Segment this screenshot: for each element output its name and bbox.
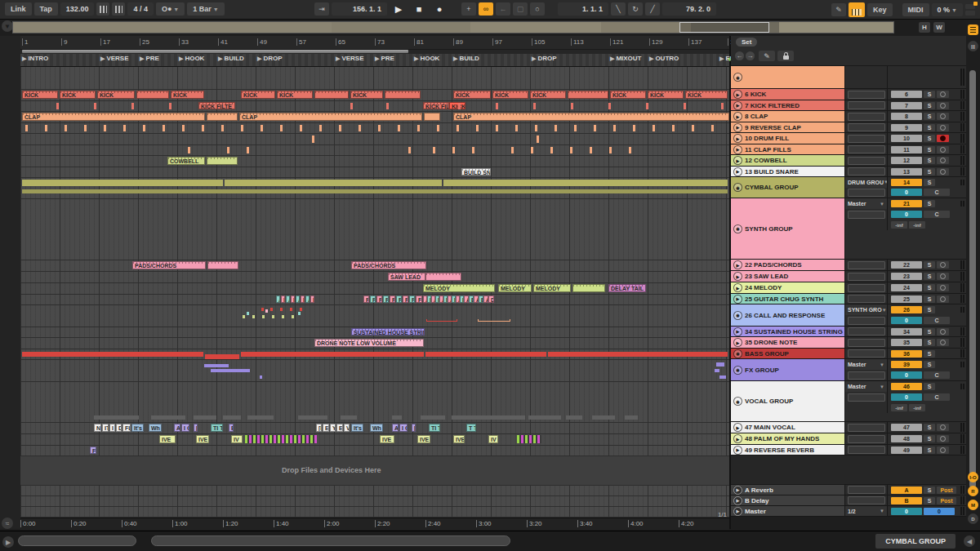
clip-band[interactable]	[94, 415, 139, 420]
track-number-box[interactable]: 35	[891, 339, 922, 346]
clip[interactable]: Y	[330, 424, 336, 432]
track-header-22-pads-chords[interactable]: ▶22 PADS/CHORDS22S	[731, 260, 966, 271]
clip[interactable]: V	[344, 424, 350, 432]
clip[interactable]: A	[296, 295, 300, 303]
arm-button[interactable]	[937, 261, 949, 269]
cpu-load-field[interactable]: 0 %▼	[932, 3, 963, 16]
track-number-box[interactable]: 14	[891, 179, 922, 186]
output-routing-select[interactable]: SYNTH GRO▼	[845, 304, 888, 315]
clip[interactable]: KICK	[449, 102, 466, 109]
back-to-arrangement-icon[interactable]: ▼	[2, 20, 13, 32]
clip-band[interactable]	[392, 415, 402, 420]
clip-tick[interactable]	[571, 103, 573, 109]
loop-length-field[interactable]: 79. 2. 0	[662, 2, 716, 16]
clip-tick[interactable]	[300, 125, 302, 131]
solo-button[interactable]: S	[924, 200, 935, 207]
solo-button[interactable]: S	[924, 135, 935, 142]
automation-arm-button[interactable]: ∞	[479, 2, 493, 16]
clip[interactable]: IVE	[196, 435, 209, 443]
track-play-icon[interactable]: ▶	[733, 90, 742, 99]
clip-band[interactable]	[715, 369, 719, 372]
follow-button[interactable]: ⇥	[314, 2, 329, 16]
arrangement-lane-9-reverse-clap[interactable]	[20, 123, 729, 134]
clip-band[interactable]	[719, 375, 726, 379]
clip-tick[interactable]	[684, 103, 686, 109]
track-name[interactable]: ▶B Delay	[731, 495, 845, 505]
output-routing-select[interactable]: DRUM GROU▼	[845, 177, 888, 188]
track-number-box[interactable]: 49	[891, 447, 922, 454]
clip[interactable]: F	[363, 295, 369, 303]
arrangement-locator[interactable]: ▶VERSE	[336, 55, 364, 62]
beat-time-ruler[interactable]: 1917253341495765738189971051131211291371…	[20, 36, 729, 50]
solo-button[interactable]: S	[924, 146, 935, 153]
clip-tick[interactable]	[25, 125, 28, 131]
clip-band[interactable]	[151, 415, 185, 420]
track-number-box[interactable]: 12	[891, 157, 922, 164]
clip[interactable]	[207, 261, 238, 269]
clip-tick[interactable]	[653, 125, 655, 131]
clip-tick[interactable]	[65, 125, 67, 131]
clip[interactable]: F	[90, 447, 96, 454]
clip-band[interactable]	[341, 415, 357, 420]
arrangement-locator[interactable]: ▶PRE	[375, 55, 394, 62]
arrangement-lane-48-palm-of-my-hands[interactable]: IVEIVEIVIVEIVEIVEIV	[20, 434, 729, 446]
clip[interactable]: I O	[181, 424, 189, 432]
io-box[interactable]	[848, 424, 885, 432]
clip[interactable]	[207, 157, 238, 165]
clip[interactable]: F	[416, 295, 422, 303]
output-routing-select[interactable]: Master▼	[845, 381, 888, 392]
clip[interactable]: B	[301, 295, 305, 303]
clip[interactable]: ES	[323, 424, 329, 432]
track-scrollbar[interactable]	[969, 70, 976, 488]
clip[interactable]: CLAP	[453, 113, 729, 121]
arm-button[interactable]	[937, 157, 949, 164]
track-number-box[interactable]: 0	[891, 211, 922, 218]
arrangement-locator[interactable]: ▶MIXOUT	[610, 55, 642, 62]
track-number-box[interactable]: 7	[891, 102, 922, 109]
track-number-box[interactable]: 0	[891, 508, 922, 515]
group-icon[interactable]: ◉	[733, 311, 742, 320]
track-name[interactable]: ▶48 PALM OF MY HANDS	[731, 433, 845, 444]
arrangement-lane-cymbal-group[interactable]	[20, 178, 729, 199]
solo-button[interactable]: S	[924, 273, 935, 280]
clip[interactable]: IVE	[453, 435, 465, 443]
track-header-26-call-and-response[interactable]: ◉26 CALL AND RESPONSESYNTH GRO▼26S0C	[731, 304, 966, 327]
clip[interactable]: KICK	[350, 91, 383, 99]
clip-tick[interactable]	[515, 125, 518, 131]
track-play-icon[interactable]: ▶	[733, 123, 742, 132]
arrangement-lane-master[interactable]	[20, 507, 729, 518]
clip[interactable]: F	[409, 295, 415, 303]
solo-button[interactable]: S	[924, 350, 935, 358]
arrangement-lane-12-cowbell[interactable]: COWBELL	[20, 156, 729, 167]
arrangement-lane-22-pads-chords[interactable]: PADS/CHORDSPADS/CHORDS	[20, 260, 729, 272]
clip-tick[interactable]	[378, 125, 381, 131]
track-header-48-palm-of-my-hands[interactable]: ▶48 PALM OF MY HANDS48S	[731, 433, 966, 445]
arrangement-lane-47-main-vocal[interactable]: NITIDFLIt'sWhAI O[TI ThE[LESYEAVIt'sWhAI…	[20, 423, 729, 434]
clip[interactable]: D	[488, 295, 494, 303]
arrangement-locator[interactable]: ▶INTRO	[22, 55, 48, 62]
prev-set-button[interactable]: ←	[735, 51, 744, 60]
track-name[interactable]: ▶47 MAIN VOCAL	[731, 422, 845, 433]
time-signature-field[interactable]: 4 / 4	[127, 2, 154, 16]
clip-tick[interactable]	[458, 103, 461, 109]
clip-band[interactable]	[247, 415, 274, 420]
clip-band[interactable]	[241, 352, 424, 357]
clip-tick[interactable]	[496, 103, 498, 109]
arrangement-lane-fx-group[interactable]	[20, 360, 729, 382]
arrangement-lane-vocal-group[interactable]	[20, 382, 729, 423]
clip[interactable]: [	[194, 424, 198, 432]
clip[interactable]: CLAP	[22, 113, 205, 121]
clip[interactable]: EA	[336, 424, 343, 432]
clip[interactable]	[424, 113, 440, 121]
track-header-7-kick-filtered[interactable]: ▶7 KICK FILTERED7S	[731, 100, 966, 111]
clip[interactable]: F	[403, 295, 408, 303]
arrangement-lane-b-delay[interactable]	[20, 496, 729, 507]
io-box[interactable]	[848, 145, 885, 153]
solo-button[interactable]: S	[924, 113, 935, 120]
crossfade-button[interactable]: C	[924, 393, 950, 401]
clip-tick[interactable]	[711, 125, 714, 131]
io-box[interactable]	[848, 371, 885, 380]
clip[interactable]: It's	[131, 424, 144, 432]
clip[interactable]: E	[229, 424, 234, 432]
arrangement-lane-bass-group[interactable]	[20, 349, 729, 360]
